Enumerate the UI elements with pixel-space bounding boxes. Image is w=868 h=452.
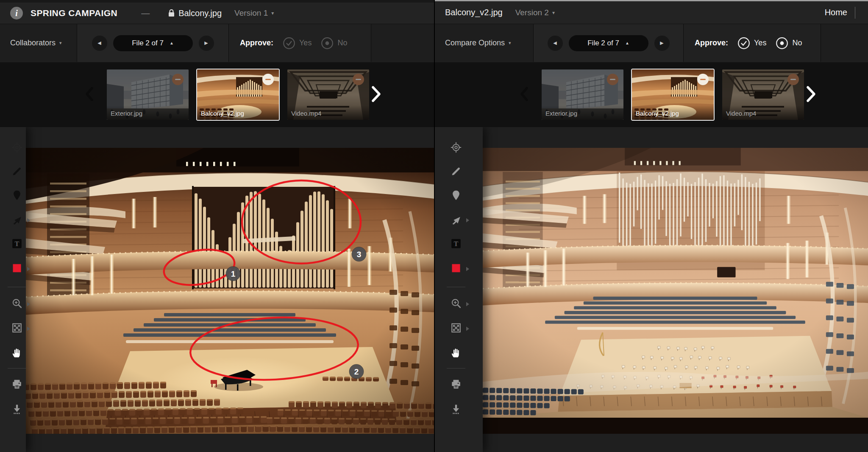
- thumbstrip-next-button[interactable]: [370, 85, 382, 105]
- thumbnail-Balcony_v2.jpg[interactable]: Balcony_v2.jpg: [197, 69, 279, 120]
- square-icon: [451, 263, 462, 275]
- right-compare-panel: Balcony_v2.jpg Version 2 ▾ Home Compare …: [435, 0, 868, 452]
- arrow-tool[interactable]: [10, 213, 24, 227]
- right-subheader: Compare Options ▾ ◀ File 2 of 7 ▲ ▶ Appr…: [435, 24, 868, 62]
- approve-yes-radio[interactable]: Yes: [737, 37, 766, 50]
- left-subheader: Collaborators ▾ ◀ File 2 of 7 ▲ ▶ Approv…: [0, 24, 434, 62]
- flyout-arrow-icon: [27, 267, 30, 271]
- zoom-icon: [451, 298, 462, 311]
- download-tool[interactable]: [449, 402, 463, 417]
- thumbnail-label: Exterior.jpg: [111, 110, 142, 117]
- file-navigation: ◀ File 2 of 7 ▲ ▶: [77, 24, 229, 62]
- thumbstrip-next-button[interactable]: [804, 85, 817, 105]
- thumbnail-Exterior.jpg[interactable]: Exterior.jpg: [542, 69, 623, 120]
- status-badge-minus-icon: [697, 74, 709, 85]
- hand-icon: [451, 347, 462, 360]
- hall-photo: [26, 148, 434, 434]
- thumbnail-Exterior.jpg[interactable]: Exterior.jpg: [107, 69, 189, 120]
- approve-yes-radio: Yes: [283, 37, 312, 50]
- pin-icon: [451, 190, 462, 202]
- file-position-pill[interactable]: File 2 of 7 ▲: [569, 35, 648, 51]
- pan-tool[interactable]: [10, 347, 24, 361]
- file-prev-button[interactable]: ◀: [92, 36, 107, 51]
- thumbnail-Balcony_v2.jpg[interactable]: Balcony_v2.jpg: [632, 69, 714, 120]
- thumbnail-Video.mp4[interactable]: Video.mp4: [287, 69, 369, 120]
- home-link[interactable]: Home: [825, 8, 847, 17]
- info-icon[interactable]: i: [10, 7, 23, 19]
- status-badge-minus-icon: [262, 74, 274, 85]
- compare-options-dropdown[interactable]: Compare Options ▾: [435, 24, 534, 62]
- crosshair-tool[interactable]: [10, 141, 24, 155]
- right-photo-canvas[interactable]: [483, 148, 868, 434]
- toolbar-divider: [447, 287, 465, 287]
- pin-icon: [11, 190, 22, 202]
- download-tool[interactable]: [10, 402, 24, 417]
- right-header: Balcony_v2.jpg Version 2 ▾ Home: [435, 0, 868, 24]
- collaborators-dropdown[interactable]: Collaborators ▾: [0, 24, 77, 62]
- thumbnail-label: Video.mp4: [291, 110, 321, 117]
- flyout-arrow-icon: [466, 327, 469, 331]
- locked-file: Balcony.jpg: [168, 8, 222, 18]
- zoom-tool[interactable]: [449, 297, 463, 311]
- text-icon: T: [451, 238, 462, 251]
- text-tool[interactable]: T: [449, 237, 463, 252]
- right-toolbar: T: [435, 127, 483, 452]
- file-next-button[interactable]: ▶: [199, 36, 214, 51]
- crosshair-icon: [11, 142, 22, 155]
- approve-group: Approve: Yes No: [229, 24, 371, 62]
- text-tool[interactable]: T: [10, 237, 24, 252]
- pan-tool[interactable]: [449, 347, 463, 361]
- thumbnail-Video.mp4[interactable]: Video.mp4: [722, 69, 804, 120]
- pencil-tool[interactable]: [10, 165, 24, 179]
- approve-no-radio: No: [321, 37, 347, 50]
- printer-icon: [451, 379, 462, 391]
- pencil-tool[interactable]: [449, 165, 463, 179]
- crosshair-tool[interactable]: [449, 141, 463, 155]
- chevron-up-icon: ▲: [625, 41, 629, 45]
- shape-color-tool[interactable]: [10, 262, 24, 276]
- flyout-arrow-icon: [466, 302, 469, 306]
- left-toolbar: T: [0, 127, 26, 452]
- fit-view-tool[interactable]: [10, 322, 24, 336]
- chevron-down-icon: ▾: [271, 10, 274, 16]
- arrow-tool[interactable]: [449, 213, 463, 227]
- thumbstrip-prev-button[interactable]: [519, 86, 530, 103]
- flyout-arrow-icon: [466, 218, 469, 222]
- thumbnail-label: Balcony_v2.jpg: [636, 110, 679, 117]
- shape-color-tool[interactable]: [449, 262, 463, 276]
- crosshair-icon: [451, 142, 462, 155]
- hand-icon: [11, 347, 22, 360]
- pencil-icon: [451, 166, 462, 178]
- flyout-arrow-icon: [27, 302, 30, 306]
- approve-no-radio[interactable]: No: [776, 37, 802, 50]
- approve-group: Approve: Yes No: [684, 24, 821, 62]
- download-icon: [11, 403, 22, 416]
- flyout-arrow-icon: [466, 267, 469, 271]
- toolbar-divider: [447, 368, 465, 369]
- print-tool[interactable]: [449, 378, 463, 392]
- thumbnail-label: Exterior.jpg: [545, 110, 577, 117]
- version-dropdown[interactable]: Version 2 ▾: [515, 8, 555, 17]
- file-next-button[interactable]: ▶: [654, 36, 670, 51]
- print-tool[interactable]: [10, 378, 24, 392]
- zoom-tool[interactable]: [10, 297, 24, 311]
- zoom-icon: [11, 298, 22, 311]
- pin-tool[interactable]: [10, 189, 24, 203]
- pin-tool[interactable]: [449, 189, 463, 203]
- file-navigation: ◀ File 2 of 7 ▲ ▶: [534, 24, 684, 62]
- expand-icon: [11, 322, 22, 335]
- lock-icon: [168, 9, 175, 17]
- approve-label: Approve:: [240, 39, 273, 47]
- thumbstrip-prev-button[interactable]: [84, 86, 95, 103]
- file-prev-button[interactable]: ◀: [548, 36, 563, 51]
- chevron-up-icon: ▲: [170, 41, 174, 45]
- file-position-pill[interactable]: File 2 of 7 ▲: [113, 35, 193, 51]
- header-separator: —: [141, 8, 150, 18]
- fit-view-tool[interactable]: [449, 322, 463, 336]
- version-dropdown[interactable]: Version 1 ▾: [234, 8, 274, 18]
- text-icon: T: [11, 238, 22, 251]
- toolbar-divider: [8, 368, 26, 369]
- flyout-arrow-icon: [27, 218, 30, 222]
- left-photo-canvas[interactable]: 1 2 3: [26, 148, 434, 434]
- file-name: Balcony_v2.jpg: [445, 8, 503, 17]
